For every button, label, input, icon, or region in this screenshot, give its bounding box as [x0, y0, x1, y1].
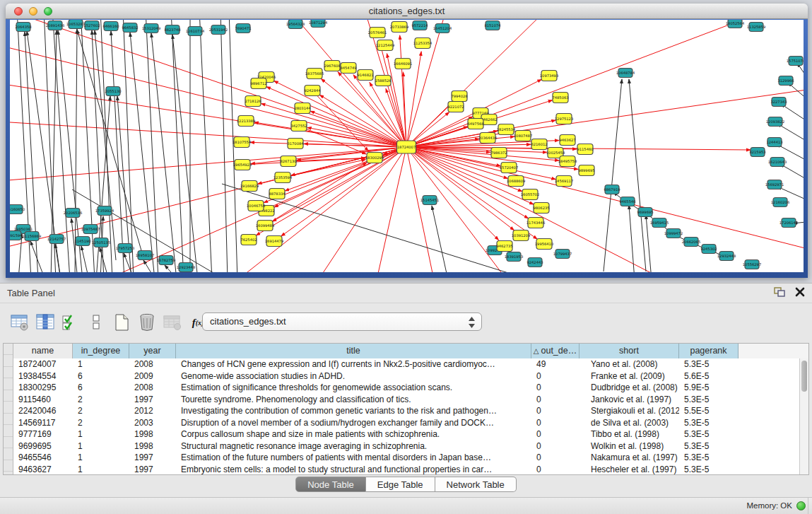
cell-year[interactable]: 2008 [129, 382, 176, 394]
graph-node[interactable]: 10871294 [309, 20, 328, 28]
cell-title[interactable]: Estimation of the future numbers of pati… [176, 452, 531, 464]
graph-node[interactable]: 18300295 [365, 153, 384, 163]
graph-node[interactable]: 18375685 [305, 69, 324, 79]
cell-pagerank[interactable]: 5.3E-5 [679, 417, 739, 429]
graph-node[interactable]: 17359924 [95, 206, 114, 216]
graph-node[interactable]: 11253354 [413, 38, 433, 49]
cell-short[interactable]: de Silva et al. (2003) [579, 417, 679, 429]
graph-node[interactable]: 18391953 [505, 252, 523, 262]
graph-node[interactable]: 16099489 [256, 221, 274, 231]
column-header-year[interactable]: year [129, 344, 176, 358]
graph-node[interactable]: 12353594 [273, 173, 293, 183]
cell-title[interactable]: Disruption of a novel member of a sodium… [176, 417, 531, 429]
table-settings-icon[interactable] [8, 311, 31, 334]
graph-node[interactable]: 17206142 [779, 218, 798, 228]
cell-name[interactable]: 18300295 [13, 382, 73, 394]
cell-in_degree[interactable]: 6 [73, 382, 129, 394]
graph-node[interactable]: 7986372 [490, 148, 507, 158]
cell-in_degree[interactable]: 6 [73, 370, 129, 382]
column-header-out-degree[interactable]: △out_de… [531, 344, 579, 358]
select-all-icon[interactable] [59, 311, 82, 334]
graph-node[interactable]: 10391209 [512, 230, 530, 241]
graph-node[interactable]: 1244413 [766, 138, 782, 147]
graph-node[interactable]: 9896712 [250, 78, 266, 89]
cell-pagerank[interactable]: 5.5E-5 [679, 405, 739, 417]
graph-node[interactable]: 12093822 [766, 117, 784, 127]
graph-node[interactable]: 18052564 [726, 20, 745, 28]
cell-out_degree[interactable]: 0 [531, 405, 579, 417]
graph-node[interactable]: 9391594 [10, 231, 23, 240]
cell-in_degree[interactable]: 1 [73, 464, 129, 476]
cell-short[interactable]: Franke et al. (2009) [579, 370, 679, 382]
graph-node[interactable]: 12932448 [717, 252, 736, 261]
cell-name[interactable]: 18724007 [13, 358, 73, 370]
graph-node[interactable]: 7485063 [552, 93, 568, 103]
cell-title[interactable]: Embryonic stem cells: a model to study s… [176, 464, 531, 476]
graph-node[interactable]: 16055702 [521, 189, 539, 200]
graph-node[interactable]: 2718126 [245, 96, 261, 107]
cell-pagerank[interactable]: 5.6E-5 [679, 370, 739, 382]
graph-node[interactable]: 9242844 [304, 86, 321, 96]
graph-node[interactable]: 19956410 [535, 239, 553, 250]
cell-short[interactable]: Jankovic et al. (1997) [579, 394, 679, 406]
graph-node[interactable]: 20891436 [46, 21, 64, 30]
graph-node[interactable]: 9699695 [637, 208, 653, 217]
graph-node[interactable]: 12975123 [555, 114, 573, 124]
network-table-select[interactable]: citations_edges.txt [202, 313, 482, 331]
table-row[interactable]: 911546021997Tourette syndrome. Phenomeno… [13, 394, 799, 406]
cell-name[interactable]: 22420046 [13, 405, 73, 417]
graph-node[interactable]: 11325859 [747, 23, 765, 32]
graph-node[interactable]: 15692971 [765, 180, 784, 189]
cell-pagerank[interactable]: 5.3E-5 [679, 358, 739, 370]
graph-node[interactable]: 9146821 [357, 70, 373, 81]
graph-node[interactable]: 16959415 [650, 218, 669, 228]
graph-node[interactable]: 9806235 [533, 203, 549, 214]
graph-node[interactable]: 16646091 [394, 59, 412, 69]
cell-year[interactable]: 2009 [129, 370, 176, 382]
cell-in_degree[interactable]: 2 [73, 417, 129, 429]
graph-node[interactable]: 9465546 [619, 197, 635, 206]
graph-node[interactable]: 20364436 [478, 133, 497, 144]
close-button[interactable] [14, 7, 23, 16]
tab-edge-table[interactable]: Edge Table [366, 477, 435, 492]
cell-year[interactable]: 2008 [129, 358, 176, 370]
cell-short[interactable]: Yano et al. (2008) [579, 358, 679, 370]
graph-node[interactable]: 18724007 [397, 141, 416, 153]
cell-name[interactable]: 19384554 [13, 370, 73, 382]
graph-node[interactable]: 20733869 [390, 22, 408, 33]
graph-node[interactable]: 10999472 [664, 229, 683, 238]
graph-node[interactable]: 15751074 [787, 57, 804, 66]
graph-node[interactable]: 10648784 [616, 69, 635, 78]
graph-node[interactable]: 20206536 [64, 209, 82, 218]
graph-node[interactable]: 9242443 [526, 258, 543, 267]
tab-network-table[interactable]: Network Table [435, 477, 517, 492]
graph-node[interactable]: 16958107 [136, 251, 154, 260]
graph-node[interactable]: 10688609 [507, 176, 525, 187]
cell-title[interactable]: Structural magnetic resonance image aver… [176, 440, 531, 452]
cell-title[interactable]: Changes of HCN gene expression and I(f) … [176, 358, 531, 370]
graph-node[interactable]: 3427552 [290, 121, 307, 132]
graph-node[interactable]: 10653287 [66, 20, 85, 29]
cell-pagerank[interactable]: 5.3E-5 [679, 428, 739, 440]
graph-node[interactable]: 20576461 [368, 28, 387, 38]
cell-title[interactable]: Estimation of significance thresholds fo… [176, 382, 531, 394]
table-row[interactable]: 1830029562008Estimation of significance … [13, 382, 799, 394]
graph-node[interactable]: 12505135 [92, 238, 110, 247]
cell-year[interactable]: 1997 [129, 452, 176, 464]
column-header-title[interactable]: title [176, 344, 531, 358]
graph-node[interactable]: 16782759 [157, 256, 175, 265]
graph-node[interactable]: 15720407 [500, 163, 518, 173]
cell-out_degree[interactable]: 0 [531, 452, 579, 464]
delete-table-icon[interactable] [136, 311, 158, 334]
cell-out_degree[interactable]: 0 [531, 464, 579, 476]
float-panel-icon[interactable] [774, 287, 785, 300]
graph-node[interactable]: 19564328 [286, 20, 305, 29]
cell-in_degree[interactable]: 1 [73, 440, 129, 452]
graph-node[interactable]: 10556297 [743, 260, 761, 269]
graph-node[interactable]: 12610734 [186, 27, 205, 36]
cell-pagerank[interactable]: 5.3E-5 [679, 464, 739, 476]
table-row[interactable]: 2242004622012Investigating the contribut… [13, 405, 799, 417]
graph-node[interactable]: 10973493 [540, 71, 558, 81]
graph-node[interactable]: 1588526 [375, 76, 391, 86]
zoom-button[interactable] [44, 7, 52, 16]
